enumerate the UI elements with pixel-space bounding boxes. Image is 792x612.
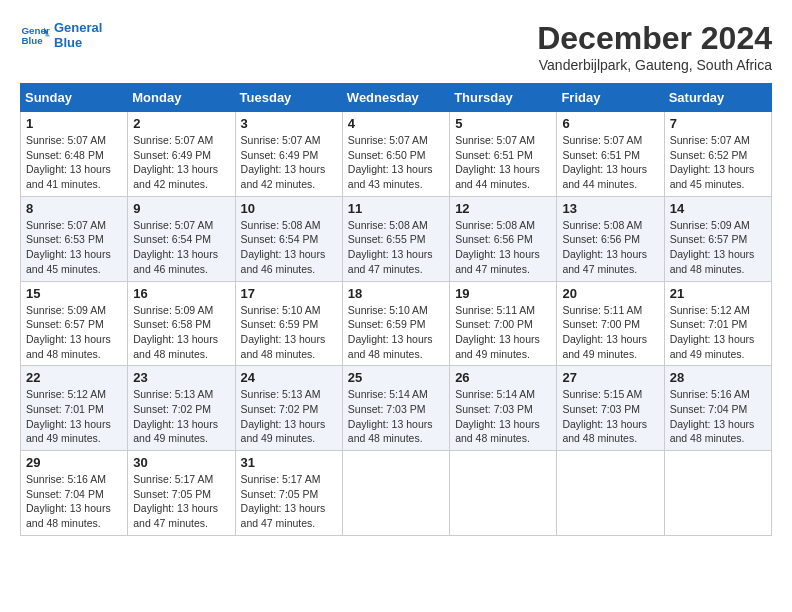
day-number: 12 bbox=[455, 201, 551, 216]
day-number: 9 bbox=[133, 201, 229, 216]
calendar-cell: 24Sunrise: 5:13 AMSunset: 7:02 PMDayligh… bbox=[235, 366, 342, 451]
calendar-cell: 9Sunrise: 5:07 AMSunset: 6:54 PMDaylight… bbox=[128, 196, 235, 281]
weekday-header-thursday: Thursday bbox=[450, 84, 557, 112]
day-number: 22 bbox=[26, 370, 122, 385]
calendar-cell: 28Sunrise: 5:16 AMSunset: 7:04 PMDayligh… bbox=[664, 366, 771, 451]
day-info: Sunrise: 5:07 AMSunset: 6:54 PMDaylight:… bbox=[133, 218, 229, 277]
day-number: 6 bbox=[562, 116, 658, 131]
calendar-cell: 15Sunrise: 5:09 AMSunset: 6:57 PMDayligh… bbox=[21, 281, 128, 366]
calendar-cell: 4Sunrise: 5:07 AMSunset: 6:50 PMDaylight… bbox=[342, 112, 449, 197]
day-info: Sunrise: 5:16 AMSunset: 7:04 PMDaylight:… bbox=[670, 387, 766, 446]
day-info: Sunrise: 5:14 AMSunset: 7:03 PMDaylight:… bbox=[348, 387, 444, 446]
calendar-cell: 16Sunrise: 5:09 AMSunset: 6:58 PMDayligh… bbox=[128, 281, 235, 366]
calendar-table: SundayMondayTuesdayWednesdayThursdayFrid… bbox=[20, 83, 772, 536]
calendar-cell bbox=[450, 451, 557, 536]
day-info: Sunrise: 5:12 AMSunset: 7:01 PMDaylight:… bbox=[26, 387, 122, 446]
calendar-cell bbox=[664, 451, 771, 536]
day-number: 5 bbox=[455, 116, 551, 131]
calendar-cell: 12Sunrise: 5:08 AMSunset: 6:56 PMDayligh… bbox=[450, 196, 557, 281]
logo-blue: Blue bbox=[54, 35, 102, 50]
calendar-cell: 18Sunrise: 5:10 AMSunset: 6:59 PMDayligh… bbox=[342, 281, 449, 366]
day-info: Sunrise: 5:07 AMSunset: 6:53 PMDaylight:… bbox=[26, 218, 122, 277]
month-title: December 2024 bbox=[537, 20, 772, 57]
calendar-cell: 27Sunrise: 5:15 AMSunset: 7:03 PMDayligh… bbox=[557, 366, 664, 451]
day-number: 25 bbox=[348, 370, 444, 385]
title-block: December 2024 Vanderbijlpark, Gauteng, S… bbox=[537, 20, 772, 73]
calendar-cell bbox=[557, 451, 664, 536]
calendar-cell: 11Sunrise: 5:08 AMSunset: 6:55 PMDayligh… bbox=[342, 196, 449, 281]
calendar-cell: 30Sunrise: 5:17 AMSunset: 7:05 PMDayligh… bbox=[128, 451, 235, 536]
day-info: Sunrise: 5:09 AMSunset: 6:57 PMDaylight:… bbox=[26, 303, 122, 362]
calendar-cell: 5Sunrise: 5:07 AMSunset: 6:51 PMDaylight… bbox=[450, 112, 557, 197]
weekday-header-monday: Monday bbox=[128, 84, 235, 112]
calendar-cell: 23Sunrise: 5:13 AMSunset: 7:02 PMDayligh… bbox=[128, 366, 235, 451]
day-info: Sunrise: 5:07 AMSunset: 6:52 PMDaylight:… bbox=[670, 133, 766, 192]
day-info: Sunrise: 5:08 AMSunset: 6:55 PMDaylight:… bbox=[348, 218, 444, 277]
weekday-header-saturday: Saturday bbox=[664, 84, 771, 112]
calendar-cell: 10Sunrise: 5:08 AMSunset: 6:54 PMDayligh… bbox=[235, 196, 342, 281]
day-info: Sunrise: 5:14 AMSunset: 7:03 PMDaylight:… bbox=[455, 387, 551, 446]
weekday-header-sunday: Sunday bbox=[21, 84, 128, 112]
calendar-cell: 22Sunrise: 5:12 AMSunset: 7:01 PMDayligh… bbox=[21, 366, 128, 451]
day-number: 23 bbox=[133, 370, 229, 385]
day-info: Sunrise: 5:11 AMSunset: 7:00 PMDaylight:… bbox=[562, 303, 658, 362]
calendar-cell: 7Sunrise: 5:07 AMSunset: 6:52 PMDaylight… bbox=[664, 112, 771, 197]
calendar-cell: 3Sunrise: 5:07 AMSunset: 6:49 PMDaylight… bbox=[235, 112, 342, 197]
day-number: 21 bbox=[670, 286, 766, 301]
day-info: Sunrise: 5:09 AMSunset: 6:57 PMDaylight:… bbox=[670, 218, 766, 277]
week-row-3: 15Sunrise: 5:09 AMSunset: 6:57 PMDayligh… bbox=[21, 281, 772, 366]
day-number: 29 bbox=[26, 455, 122, 470]
calendar-cell: 31Sunrise: 5:17 AMSunset: 7:05 PMDayligh… bbox=[235, 451, 342, 536]
day-number: 17 bbox=[241, 286, 337, 301]
day-info: Sunrise: 5:08 AMSunset: 6:56 PMDaylight:… bbox=[562, 218, 658, 277]
day-info: Sunrise: 5:16 AMSunset: 7:04 PMDaylight:… bbox=[26, 472, 122, 531]
day-info: Sunrise: 5:10 AMSunset: 6:59 PMDaylight:… bbox=[241, 303, 337, 362]
day-number: 24 bbox=[241, 370, 337, 385]
calendar-cell: 25Sunrise: 5:14 AMSunset: 7:03 PMDayligh… bbox=[342, 366, 449, 451]
day-number: 28 bbox=[670, 370, 766, 385]
calendar-cell: 2Sunrise: 5:07 AMSunset: 6:49 PMDaylight… bbox=[128, 112, 235, 197]
day-number: 10 bbox=[241, 201, 337, 216]
day-info: Sunrise: 5:13 AMSunset: 7:02 PMDaylight:… bbox=[241, 387, 337, 446]
calendar-cell: 21Sunrise: 5:12 AMSunset: 7:01 PMDayligh… bbox=[664, 281, 771, 366]
day-info: Sunrise: 5:10 AMSunset: 6:59 PMDaylight:… bbox=[348, 303, 444, 362]
day-info: Sunrise: 5:13 AMSunset: 7:02 PMDaylight:… bbox=[133, 387, 229, 446]
weekday-header-tuesday: Tuesday bbox=[235, 84, 342, 112]
logo-general: General bbox=[54, 20, 102, 35]
day-number: 26 bbox=[455, 370, 551, 385]
day-number: 11 bbox=[348, 201, 444, 216]
day-number: 13 bbox=[562, 201, 658, 216]
day-number: 3 bbox=[241, 116, 337, 131]
day-number: 27 bbox=[562, 370, 658, 385]
week-row-1: 1Sunrise: 5:07 AMSunset: 6:48 PMDaylight… bbox=[21, 112, 772, 197]
page-header: General Blue General Blue December 2024 … bbox=[20, 20, 772, 73]
day-info: Sunrise: 5:07 AMSunset: 6:49 PMDaylight:… bbox=[133, 133, 229, 192]
calendar-cell bbox=[342, 451, 449, 536]
week-row-4: 22Sunrise: 5:12 AMSunset: 7:01 PMDayligh… bbox=[21, 366, 772, 451]
day-info: Sunrise: 5:12 AMSunset: 7:01 PMDaylight:… bbox=[670, 303, 766, 362]
day-info: Sunrise: 5:11 AMSunset: 7:00 PMDaylight:… bbox=[455, 303, 551, 362]
week-row-5: 29Sunrise: 5:16 AMSunset: 7:04 PMDayligh… bbox=[21, 451, 772, 536]
day-info: Sunrise: 5:08 AMSunset: 6:54 PMDaylight:… bbox=[241, 218, 337, 277]
calendar-cell: 6Sunrise: 5:07 AMSunset: 6:51 PMDaylight… bbox=[557, 112, 664, 197]
day-number: 4 bbox=[348, 116, 444, 131]
logo-icon: General Blue bbox=[20, 20, 50, 50]
day-info: Sunrise: 5:07 AMSunset: 6:51 PMDaylight:… bbox=[562, 133, 658, 192]
calendar-cell: 1Sunrise: 5:07 AMSunset: 6:48 PMDaylight… bbox=[21, 112, 128, 197]
day-info: Sunrise: 5:09 AMSunset: 6:58 PMDaylight:… bbox=[133, 303, 229, 362]
day-number: 14 bbox=[670, 201, 766, 216]
day-number: 20 bbox=[562, 286, 658, 301]
calendar-cell: 26Sunrise: 5:14 AMSunset: 7:03 PMDayligh… bbox=[450, 366, 557, 451]
logo: General Blue General Blue bbox=[20, 20, 102, 50]
weekday-header-row: SundayMondayTuesdayWednesdayThursdayFrid… bbox=[21, 84, 772, 112]
day-number: 18 bbox=[348, 286, 444, 301]
calendar-cell: 13Sunrise: 5:08 AMSunset: 6:56 PMDayligh… bbox=[557, 196, 664, 281]
day-info: Sunrise: 5:07 AMSunset: 6:48 PMDaylight:… bbox=[26, 133, 122, 192]
calendar-cell: 17Sunrise: 5:10 AMSunset: 6:59 PMDayligh… bbox=[235, 281, 342, 366]
day-number: 16 bbox=[133, 286, 229, 301]
calendar-cell: 20Sunrise: 5:11 AMSunset: 7:00 PMDayligh… bbox=[557, 281, 664, 366]
day-number: 7 bbox=[670, 116, 766, 131]
day-number: 31 bbox=[241, 455, 337, 470]
day-number: 15 bbox=[26, 286, 122, 301]
day-number: 8 bbox=[26, 201, 122, 216]
